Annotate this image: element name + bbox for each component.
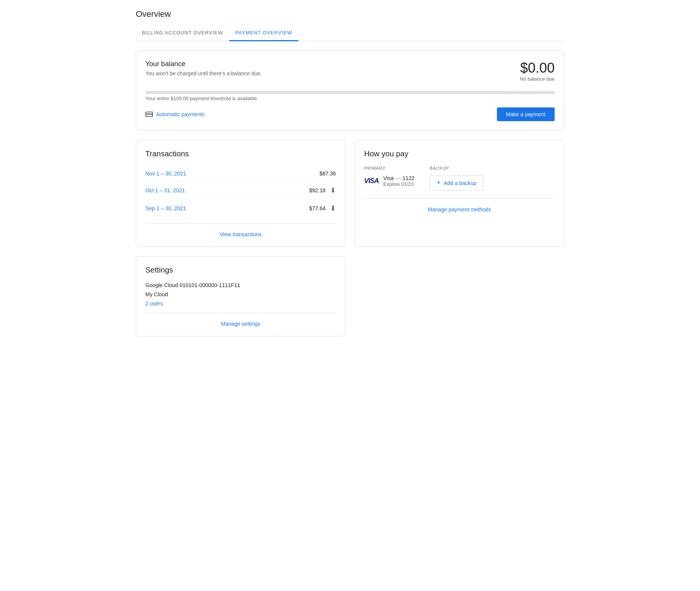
download-icon[interactable]: ⬇ bbox=[330, 204, 336, 213]
transaction-amount: $77.64 bbox=[309, 205, 326, 211]
plus-icon: + bbox=[436, 179, 441, 187]
table-row: Nov 1 – 30, 2021 $87.36 bbox=[145, 166, 336, 182]
settings-title: Settings bbox=[145, 266, 336, 274]
manage-settings-link[interactable]: Manage settings bbox=[221, 321, 260, 327]
primary-label: PRIMARY bbox=[364, 166, 414, 170]
manage-payment-methods-link[interactable]: Manage payment methods bbox=[428, 206, 491, 213]
tab-payment-overview[interactable]: PAYMENT OVERVIEW bbox=[229, 25, 298, 41]
table-row: Oct 1 – 31, 2021 $92.18 ⬇ bbox=[145, 182, 336, 200]
balance-title: Your balance bbox=[145, 60, 262, 68]
account-id: Google Cloud 010101-000000-1111F11 bbox=[145, 282, 336, 288]
card-number: Visa ···· 1122 bbox=[383, 175, 414, 181]
tab-billing-overview[interactable]: BILLING ACCOUNT OVERVIEW bbox=[136, 25, 229, 41]
visa-logo: VISA bbox=[364, 177, 379, 185]
balance-card: Your balance You won't be charged until … bbox=[136, 50, 564, 131]
how-you-pay-title: How you pay bbox=[364, 149, 555, 158]
page-title: Overview bbox=[136, 9, 564, 19]
balance-amount: $0.00 bbox=[520, 60, 555, 76]
transaction-amount: $87.36 bbox=[319, 170, 336, 177]
settings-card: Settings Google Cloud 010101-000000-1111… bbox=[136, 256, 345, 336]
bottom-row: Settings Google Cloud 010101-000000-1111… bbox=[136, 256, 564, 336]
payment-methods-section: PRIMARY VISA Visa ···· 1122 Expires 01/2… bbox=[364, 166, 555, 191]
transaction-period-link[interactable]: Sep 1 – 30, 2021 bbox=[145, 205, 186, 211]
primary-payment-section: PRIMARY VISA Visa ···· 1122 Expires 01/2… bbox=[364, 166, 414, 191]
card-info: Visa ···· 1122 Expires 01/23 bbox=[383, 175, 414, 187]
how-you-pay-footer: Manage payment methods bbox=[364, 198, 555, 213]
payment-threshold-bar bbox=[145, 91, 555, 94]
threshold-text: Your entire $100.00 payment threshold is… bbox=[145, 96, 555, 101]
account-name: My Cloud bbox=[145, 291, 336, 297]
download-icon[interactable]: ⬇ bbox=[330, 186, 336, 195]
make-payment-button[interactable]: Make a payment bbox=[497, 107, 555, 121]
transaction-period-link[interactable]: Oct 1 – 31, 2021 bbox=[145, 187, 185, 193]
card-expiry: Expires 01/23 bbox=[383, 181, 414, 187]
transaction-period-link[interactable]: Nov 1 – 30, 2021 bbox=[145, 170, 186, 177]
backup-payment-section: BACKUP + Add a backup bbox=[430, 166, 483, 191]
how-you-pay-card: How you pay PRIMARY VISA Visa ···· 1122 … bbox=[355, 140, 564, 247]
primary-payment-method: VISA Visa ···· 1122 Expires 01/23 bbox=[364, 175, 414, 187]
automatic-payments-link[interactable]: Automatic payments bbox=[145, 111, 205, 117]
transactions-list: Nov 1 – 30, 2021 $87.36 Oct 1 – 31, 2021… bbox=[145, 166, 336, 217]
view-transactions-link[interactable]: View transactions bbox=[220, 231, 261, 237]
backup-label: BACKUP bbox=[430, 166, 483, 170]
tabs-bar: BILLING ACCOUNT OVERVIEW PAYMENT OVERVIE… bbox=[136, 25, 564, 41]
users-link[interactable]: 2 users bbox=[145, 300, 163, 307]
add-backup-button[interactable]: + Add a backup bbox=[430, 175, 483, 191]
transactions-title: Transactions bbox=[145, 149, 336, 158]
settings-footer: Manage settings bbox=[145, 313, 336, 327]
transaction-amount: $92.18 bbox=[309, 187, 326, 193]
transactions-footer: View transactions bbox=[145, 223, 336, 237]
table-row: Sep 1 – 30, 2021 $77.64 ⬇ bbox=[145, 200, 336, 217]
balance-subtitle: You won't be charged until there's a bal… bbox=[145, 70, 262, 76]
add-backup-label: Add a backup bbox=[444, 180, 477, 186]
transactions-card: Transactions Nov 1 – 30, 2021 $87.36 Oct… bbox=[136, 140, 345, 247]
two-col-section: Transactions Nov 1 – 30, 2021 $87.36 Oct… bbox=[136, 140, 564, 247]
balance-no-due-label: No balance due bbox=[520, 76, 555, 82]
credit-card-icon bbox=[145, 112, 153, 117]
